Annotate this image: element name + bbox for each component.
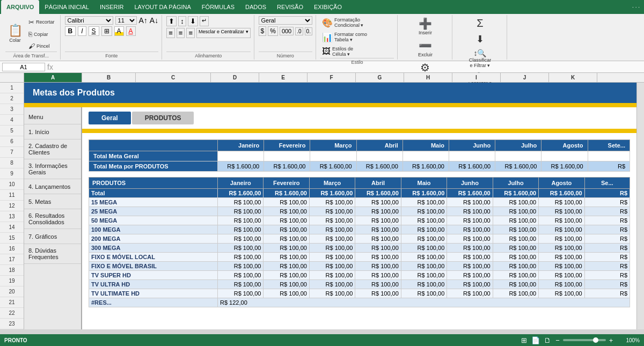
row-num-15[interactable]: 15 <box>0 233 24 244</box>
delete-button[interactable]: ➖ Excluir <box>415 38 435 58</box>
underline-button[interactable]: S <box>89 26 99 36</box>
col-header-b[interactable]: B <box>82 73 136 82</box>
row-num-12[interactable]: 12 <box>0 201 24 211</box>
nav-tab-produtos[interactable]: PRODUTOS <box>132 112 194 124</box>
product-row-6[interactable]: 300 MEGAR$ 100,00R$ 100,00R$ 100,00R$ 10… <box>89 244 630 253</box>
nav-tab-geral[interactable]: Geral <box>89 112 131 124</box>
col-header-j[interactable]: J <box>501 73 549 82</box>
row-num-13[interactable]: 13 <box>0 211 24 222</box>
product-row-3[interactable]: 50 MEGAR$ 100,00R$ 100,00R$ 100,00R$ 100… <box>89 216 630 225</box>
col-header-k[interactable]: K <box>549 73 597 82</box>
product-row-5[interactable]: 200 MEGAR$ 100,00R$ 100,00R$ 100,00R$ 10… <box>89 234 630 244</box>
sidebar-item-metas[interactable]: 5. Metas <box>24 194 81 209</box>
align-right-icon[interactable]: ≡ <box>186 28 195 38</box>
sidebar-item-duvidas[interactable]: 8. Dúvidas Frequentes <box>24 244 81 264</box>
formula-input[interactable] <box>55 64 642 70</box>
sidebar-item-lancamentos[interactable]: 4. Lançamentos <box>24 179 81 194</box>
align-center-icon[interactable]: ≡ <box>177 28 185 38</box>
format-painter-button[interactable]: 🖌 Pincel <box>26 41 57 51</box>
row-num-19[interactable]: 19 <box>0 276 24 286</box>
product-row-1[interactable]: 15 MEGAR$ 100,00R$ 100,00R$ 100,00R$ 100… <box>89 198 630 207</box>
conditional-format-button[interactable]: 🎨 FormataçãoCondicional ▾ <box>320 16 394 29</box>
sidebar-item-inicio[interactable]: 1. Início <box>24 124 81 139</box>
border-icon[interactable]: ⊞ <box>101 26 112 36</box>
tab-exibicao[interactable]: EXIBIÇÃO <box>309 0 347 14</box>
normal-view-icon[interactable]: ⊞ <box>521 336 527 344</box>
row-num-22[interactable]: 22 <box>0 308 24 319</box>
tab-formulas[interactable]: FÓRMULAS <box>196 0 240 14</box>
font-size-select[interactable]: 11 <box>115 16 137 25</box>
row-num-6[interactable]: 6 <box>0 136 24 147</box>
currency-icon[interactable]: $ <box>259 26 267 36</box>
align-left-icon[interactable]: ≡ <box>166 28 175 38</box>
row-num-21[interactable]: 21 <box>0 297 24 308</box>
decrease-font-icon[interactable]: A↓ <box>150 16 158 25</box>
copy-button[interactable]: ⎘ Copiar <box>26 30 57 39</box>
col-header-g[interactable]: G <box>356 73 404 82</box>
italic-button[interactable]: I <box>78 26 86 36</box>
col-header-c[interactable]: C <box>136 73 211 82</box>
number-format-select[interactable]: Geral <box>259 16 312 25</box>
row-num-5[interactable]: 5 <box>0 126 24 136</box>
align-top-icon[interactable]: ⬆ <box>166 16 177 26</box>
cell-styles-button[interactable]: 🖼 Estilos deCélula ▾ <box>320 45 394 58</box>
row-num-1[interactable]: 1 <box>0 83 24 93</box>
sidebar-item-menu[interactable]: Menu <box>24 109 81 124</box>
product-row-9[interactable]: TV SUPER HDR$ 100,00R$ 100,00R$ 100,00R$… <box>89 271 630 280</box>
row-num-14[interactable]: 14 <box>0 222 24 233</box>
row-num-8[interactable]: 8 <box>0 158 24 168</box>
sidebar-item-informacoes[interactable]: 3. Informações Gerais <box>24 159 81 179</box>
font-name-select[interactable]: Calibri <box>65 16 113 25</box>
col-header-a[interactable]: A <box>24 73 82 82</box>
wrap-text-icon[interactable]: ↵ <box>200 16 209 26</box>
product-row-2[interactable]: 25 MEGAR$ 100,00R$ 100,00R$ 100,00R$ 100… <box>89 207 630 216</box>
increase-decimal-icon[interactable]: .0 <box>295 27 303 35</box>
zoom-out-icon[interactable]: − <box>555 336 560 344</box>
tab-revisao[interactable]: REVISÃO <box>272 0 309 14</box>
product-row-10[interactable]: TV ULTRA HDR$ 100,00R$ 100,00R$ 100,00R$… <box>89 280 630 289</box>
tab-layout[interactable]: LAYOUT DA PÁGINA <box>129 0 196 14</box>
product-row-0[interactable]: TotalR$ 1.600,00R$ 1.600,00R$ 1.600,00R$… <box>89 189 630 198</box>
product-row-8[interactable]: FIXO E MÓVEL BRASILR$ 100,00R$ 100,00R$ … <box>89 262 630 271</box>
col-header-f[interactable]: F <box>308 73 356 82</box>
tab-arquivo[interactable]: ARQUIVO <box>1 0 39 14</box>
col-header-d[interactable]: D <box>211 73 259 82</box>
increase-font-icon[interactable]: A↑ <box>139 16 148 25</box>
tab-dados[interactable]: DADOS <box>240 0 272 14</box>
page-layout-icon[interactable]: 📄 <box>531 336 540 344</box>
row-num-17[interactable]: 17 <box>0 254 24 265</box>
merge-cells-button[interactable]: Mesclar e Centralizar ▾ <box>196 28 251 38</box>
fill-button[interactable]: ⬇ <box>470 32 489 46</box>
align-bottom-icon[interactable]: ⬇ <box>188 16 198 26</box>
align-middle-icon[interactable]: ↕ <box>178 16 186 26</box>
tab-pagina-inicial[interactable]: PÁGINA INICIAL <box>39 0 94 14</box>
sidebar-item-graficos[interactable]: 7. Gráficos <box>24 229 81 244</box>
sidebar-item-resultados[interactable]: 6. Resultados Consolidados <box>24 209 81 229</box>
zoom-in-icon[interactable]: + <box>609 336 613 344</box>
page-break-icon[interactable]: 🗋 <box>544 336 551 344</box>
row-num-16[interactable]: 16 <box>0 244 24 254</box>
col-header-h[interactable]: H <box>404 73 452 82</box>
row-num-9[interactable]: 9 <box>0 168 24 179</box>
select-all-button[interactable] <box>0 73 24 82</box>
row-num-2[interactable]: 2 <box>0 93 24 104</box>
cut-button[interactable]: ✂ Recortar <box>26 17 57 27</box>
row-num-7[interactable]: 7 <box>0 147 24 158</box>
insert-button[interactable]: ➕ Inserir <box>415 16 435 36</box>
row-num-4[interactable]: 4 <box>0 115 24 126</box>
name-box[interactable] <box>2 63 45 71</box>
bold-button[interactable]: B <box>65 26 76 36</box>
row-num-3[interactable]: 3 <box>0 104 24 115</box>
sum-button[interactable]: Σ <box>470 16 489 31</box>
row-num-23[interactable]: 23 <box>0 319 24 329</box>
thousands-icon[interactable]: 000 <box>280 27 294 35</box>
product-row-7[interactable]: FIXO E MÓVEL LOCALR$ 100,00R$ 100,00R$ 1… <box>89 253 630 262</box>
row-num-10[interactable]: 10 <box>0 179 24 190</box>
row-num-11[interactable]: 11 <box>0 190 24 201</box>
product-row-11[interactable]: TV ULTIMATE HDR$ 100,00R$ 100,00R$ 100,0… <box>89 289 630 298</box>
font-color-icon[interactable]: A <box>126 26 136 36</box>
fill-color-icon[interactable]: A <box>114 26 124 36</box>
product-row-4[interactable]: 100 MEGAR$ 100,00R$ 100,00R$ 100,00R$ 10… <box>89 225 630 234</box>
vertical-scrollbar[interactable] <box>636 83 644 329</box>
percent-icon[interactable]: % <box>268 26 278 36</box>
